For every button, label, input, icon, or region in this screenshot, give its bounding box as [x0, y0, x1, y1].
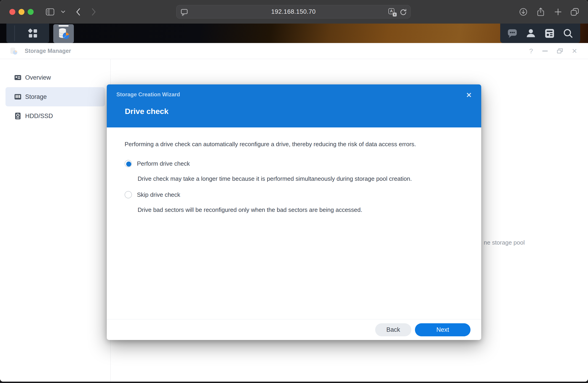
radio-selected-icon[interactable] [125, 160, 132, 167]
radio-option-skip-drive-check[interactable]: Skip drive check [125, 191, 463, 198]
screen: 192.168.150.70 A x [0, 0, 588, 383]
radio-option-perform-drive-check[interactable]: Perform drive check [125, 160, 463, 167]
reload-icon[interactable] [399, 5, 407, 19]
storage-manager-taskbar-button[interactable] [53, 24, 74, 43]
url-text[interactable]: 192.168.150.70 [176, 5, 410, 18]
tab-overview-icon[interactable] [570, 0, 580, 23]
sidebar-item-overview[interactable]: Overview [5, 68, 105, 87]
close-window-button[interactable] [9, 9, 15, 15]
next-button[interactable]: Next [415, 323, 470, 336]
storage-creation-wizard-dialog: Storage Creation Wizard Drive check ✕ Pe… [107, 84, 481, 340]
active-app-indicator [59, 25, 69, 26]
widgets-button[interactable] [543, 27, 556, 40]
sidebar-item-storage[interactable]: Storage [5, 87, 105, 106]
sidebar-item-hdd-ssd[interactable]: HDD/SSD [5, 106, 105, 126]
dialog-footer: Back Next [107, 319, 481, 340]
close-button[interactable]: ✕ [568, 43, 580, 59]
forward-button[interactable] [89, 0, 98, 23]
user-menu-button[interactable] [525, 27, 537, 40]
dialog-title: Storage Creation Wizard [116, 91, 472, 98]
search-icon [563, 28, 573, 38]
back-button[interactable]: Back [375, 323, 411, 336]
main-menu-button[interactable] [17, 23, 49, 43]
radio-option-description: Drive check may take a longer time becau… [138, 175, 463, 182]
storage-manager-titlebar: Storage Manager ? ✕ [0, 43, 588, 59]
share-icon[interactable] [536, 0, 546, 23]
traffic-lights [9, 9, 34, 15]
dialog-description: Performing a drive check can automatical… [125, 140, 463, 148]
dsm-desktop-strip [0, 23, 588, 43]
translate-icon[interactable]: A x [388, 5, 396, 19]
dsm-right-tray [500, 23, 580, 43]
radio-option-description: Drive bad sectors will be reconfigured o… [138, 206, 463, 214]
sidebar-item-label: Overview [25, 74, 51, 81]
dialog-step-heading: Drive check [125, 107, 472, 116]
user-icon [526, 28, 536, 38]
chevron-down-icon[interactable] [59, 0, 67, 23]
back-button[interactable] [74, 0, 83, 23]
overview-icon [14, 74, 21, 81]
minimize-button[interactable] [539, 43, 551, 59]
background-clipped-text: ne storage pool [484, 239, 525, 246]
widgets-icon [545, 28, 555, 38]
hdd-icon [14, 112, 21, 120]
address-bar[interactable]: 192.168.150.70 A x [176, 5, 411, 19]
browser-toolbar: 192.168.150.70 A x [0, 0, 588, 23]
downloads-icon[interactable] [519, 0, 528, 23]
sidebar-toggle-icon[interactable] [45, 0, 55, 23]
storage-icon [14, 93, 21, 100]
storage-manager-title-icon [9, 47, 18, 55]
dialog-header: Storage Creation Wizard Drive check ✕ [107, 84, 481, 127]
dialog-body: Performing a drive check can automatical… [107, 127, 481, 319]
sidebar-item-label: Storage [25, 93, 47, 100]
radio-unselected-icon[interactable] [125, 191, 132, 198]
dialog-close-icon[interactable]: ✕ [464, 90, 474, 100]
safari-window: 192.168.150.70 A x [0, 0, 588, 382]
minimize-window-button[interactable] [19, 9, 24, 15]
radio-option-label: Skip drive check [137, 191, 180, 198]
app-grid-icon [28, 28, 38, 39]
zoom-window-button[interactable] [28, 9, 34, 15]
window-title: Storage Manager [25, 47, 71, 54]
storage-manager-app-icon [57, 27, 70, 40]
radio-option-label: Perform drive check [137, 160, 190, 167]
chat-bubble-icon [507, 28, 517, 38]
restore-icon [557, 48, 563, 54]
restore-button[interactable] [554, 43, 566, 59]
search-button[interactable] [562, 27, 574, 40]
dsm-left-tray [6, 23, 49, 43]
sidebar: Overview Storage [0, 59, 111, 382]
minimize-icon [542, 50, 548, 51]
notifications-button[interactable] [506, 27, 519, 40]
new-tab-icon[interactable] [553, 0, 563, 23]
sidebar-item-label: HDD/SSD [25, 113, 53, 120]
help-button[interactable]: ? [525, 43, 537, 59]
